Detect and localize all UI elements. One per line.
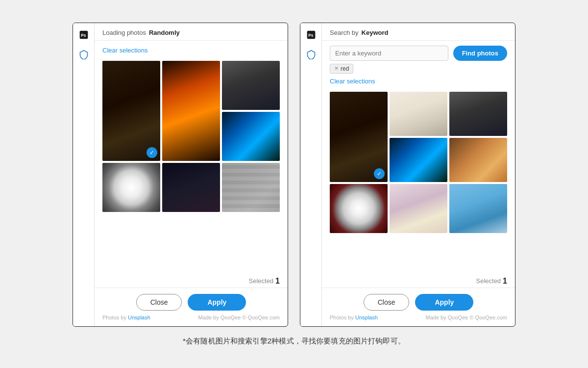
panel-right: Ps Search by Keyword Find photos ✕: [300, 23, 515, 327]
left-footer-buttons: Close Apply: [102, 294, 280, 311]
photo-cell-left-5[interactable]: [102, 163, 160, 212]
selected-count-right: 1: [503, 277, 507, 286]
check-badge-right-1: ✓: [374, 168, 385, 179]
header-text-left: Loading photos: [102, 29, 146, 36]
unsplash-link-left[interactable]: Unsplash: [128, 315, 150, 320]
selected-row-left: Selected 1: [95, 274, 288, 288]
selected-row-right: Selected 1: [322, 274, 515, 288]
photo-cell-right-4[interactable]: [390, 138, 447, 182]
left-credits: Photos by Unsplash Made by QooQee © QooQ…: [102, 315, 280, 320]
right-header: Search by Keyword: [322, 23, 515, 41]
panels-container: Ps Loading photos Randomly Clear selecti…: [73, 23, 515, 327]
left-credits-photos: Photos by Unsplash: [102, 315, 150, 320]
photo-cell-right-6[interactable]: [330, 184, 388, 233]
selected-label-left: Selected: [249, 277, 274, 285]
photo-cell-left-4[interactable]: [222, 112, 280, 161]
photo-cell-right-2[interactable]: [390, 92, 447, 136]
tag-remove-x[interactable]: ✕: [334, 65, 339, 72]
photo-cell-left-3[interactable]: [222, 61, 280, 110]
photo-grid-right: ✓: [322, 88, 515, 274]
apply-button-right[interactable]: Apply: [415, 294, 473, 311]
left-credits-made: Made by QooQee © QooQee.com: [198, 315, 280, 320]
photo-cell-left-7[interactable]: [222, 163, 280, 212]
shield-icon-left[interactable]: [77, 48, 91, 61]
right-credits-made: Made by QooQee © QooQee.com: [426, 315, 507, 320]
left-header: Loading photos Randomly: [95, 23, 288, 41]
right-main: Search by Keyword Find photos ✕ red Clea…: [322, 23, 515, 326]
tag-chip-red[interactable]: ✕ red: [330, 64, 353, 74]
right-credits-photos: Photos by Unsplash: [330, 315, 378, 320]
apply-button-left[interactable]: Apply: [188, 294, 246, 311]
svg-text:Ps: Ps: [81, 33, 86, 38]
search-input-right[interactable]: [330, 46, 448, 61]
svg-text:Ps: Ps: [308, 33, 314, 38]
left-sidebar: Ps: [73, 23, 95, 326]
right-credits: Photos by Unsplash Made by QooQee © QooQ…: [330, 315, 507, 320]
search-bar-row: Find photos: [322, 41, 515, 64]
panel-left: Ps Loading photos Randomly Clear selecti…: [73, 23, 288, 327]
header-prefix-right: Search by: [330, 29, 359, 36]
left-main: Loading photos Randomly Clear selections…: [95, 23, 288, 326]
right-sidebar: Ps: [300, 23, 322, 326]
logo-icon-left: Ps: [77, 28, 91, 42]
photo-cell-right-8[interactable]: [449, 184, 507, 233]
photo-grid-left: ✓: [95, 57, 288, 274]
find-photos-button[interactable]: Find photos: [453, 46, 507, 61]
selected-label-right: Selected: [476, 277, 501, 285]
check-badge-1: ✓: [147, 147, 157, 158]
close-button-left[interactable]: Close: [136, 294, 182, 311]
selected-count-left: 1: [275, 277, 280, 286]
header-bold-left: Randomly: [149, 29, 180, 36]
photo-cell-right-5[interactable]: [449, 138, 507, 182]
right-footer: Close Apply Photos by Unsplash Made by Q…: [322, 288, 515, 326]
photo-cell-right-7[interactable]: [390, 184, 447, 233]
photo-cell-right-1[interactable]: ✓: [330, 92, 388, 182]
right-footer-buttons: Close Apply: [330, 294, 507, 311]
header-bold-right: Keyword: [362, 29, 389, 36]
close-button-right[interactable]: Close: [364, 294, 410, 311]
page-subtitle: *会有随机图片和搜索引擎2种模式，寻找你要填充的图片打钩即可。: [183, 337, 405, 346]
clear-selections-right[interactable]: Clear selections: [322, 76, 515, 88]
unsplash-link-right[interactable]: Unsplash: [355, 315, 378, 320]
tag-row: ✕ red: [322, 64, 515, 76]
left-footer: Close Apply Photos by Unsplash Made by Q…: [95, 288, 288, 326]
tag-label-red: red: [341, 65, 349, 72]
shield-icon-right[interactable]: [304, 48, 318, 61]
logo-icon-right: Ps: [304, 28, 318, 42]
photo-cell-left-6[interactable]: [162, 163, 220, 212]
photo-cell-left-2[interactable]: [162, 61, 220, 161]
clear-selections-left[interactable]: Clear selections: [95, 45, 288, 57]
photo-cell-right-3[interactable]: [449, 92, 507, 136]
photo-cell-left-1[interactable]: ✓: [102, 61, 160, 161]
